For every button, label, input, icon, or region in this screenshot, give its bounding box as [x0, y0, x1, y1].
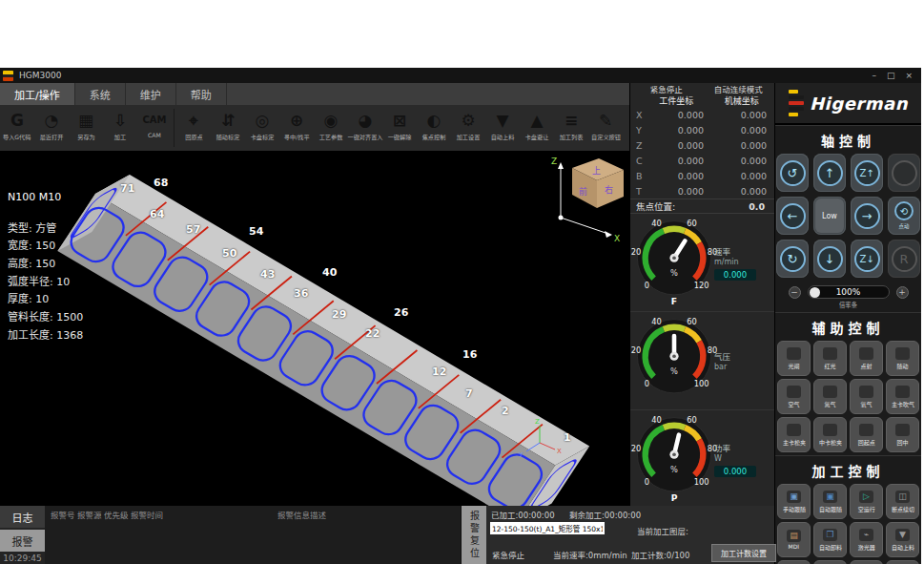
process-params-icon: ◉ [324, 108, 339, 132]
x-plus-button[interactable]: → [851, 197, 883, 235]
follow-button[interactable]: 随动 [886, 341, 919, 376]
bottom-tab-日志[interactable]: 日志 [0, 506, 45, 528]
toolbar-focus-control[interactable]: ◐焦点控制 [417, 108, 451, 141]
rotate-cw-button[interactable]: ↻ [776, 240, 809, 278]
alarm-table[interactable]: 报警号报警源优先级报警时间报警信息描述 [45, 506, 462, 564]
light-gate-button[interactable]: 光闸 [777, 341, 811, 376]
svg-text:上: 上 [592, 166, 601, 176]
part-number-label: 40 [322, 266, 337, 279]
toolbar-machining-settings[interactable]: ⚙加工设置 [451, 108, 485, 141]
work-coord-value: 0.000 [651, 125, 713, 136]
bottom-tab-报警[interactable]: 报警 [0, 530, 45, 552]
breakpoint-resume-button[interactable]: ◫断点续切 [886, 484, 919, 519]
auto-load-button[interactable]: ▼自动上料 [886, 522, 919, 557]
reset-button[interactable]: ⟲复位 [777, 560, 811, 564]
toolbar-chuck-calibrate[interactable]: ◎卡盘标定 [245, 108, 279, 141]
current-file-field[interactable] [490, 522, 605, 534]
gcode-import-icon: G [10, 108, 24, 132]
main-chuck-clamp-button[interactable]: 主卡松夹 [777, 417, 811, 452]
toolbar-item-label: 自动上料 [491, 133, 515, 141]
override-plus-button[interactable]: + [896, 286, 909, 299]
menu-tab-3[interactable]: 帮助 [176, 83, 227, 105]
laser-device-button[interactable]: ⌁激光器 [850, 522, 883, 557]
toolbar-item-label: 随动标定 [216, 133, 240, 141]
pause-button[interactable]: ▮▮暂停 [886, 560, 919, 564]
override-slider-knob[interactable] [810, 287, 820, 298]
axis-row-T: T0.0000.000 [630, 183, 774, 198]
toolbar-job-list[interactable]: ≡加工列表 [554, 108, 588, 141]
toolbar-home-origin[interactable]: ⌖回原点 [176, 108, 211, 141]
nitrogen-button[interactable]: 氮气 [813, 379, 847, 414]
info-line-类型: 类型: 方管 [8, 220, 83, 239]
menu-tab-0[interactable]: 加工/操作 [0, 83, 75, 105]
menu-tab-2[interactable]: 维护 [126, 83, 176, 105]
mdi-button[interactable]: ▤MDI [777, 522, 811, 557]
return-start-button[interactable]: 回起点 [850, 417, 883, 452]
toolbar-item-label: 自定义按钮 [591, 133, 621, 141]
air-button[interactable]: 空气 [777, 379, 811, 414]
low-speed-button[interactable]: Low [813, 197, 846, 235]
toolbar-one-key-release[interactable]: ⊠一键解除 [382, 108, 417, 141]
spot-shot-button[interactable]: 点射 [850, 341, 883, 376]
toolbar-follow-calibrate[interactable]: ⇵随动标定 [211, 108, 245, 141]
minimize-button[interactable]: – [872, 71, 876, 80]
auto-follow-button[interactable]: ▣自动跟随 [813, 484, 847, 519]
close-button[interactable]: × [905, 71, 913, 80]
override-slider[interactable]: 100% [808, 285, 890, 299]
return-start-icon [859, 424, 873, 436]
start-button[interactable]: ▶开始 [850, 560, 883, 564]
dry-run-button[interactable]: ▷空运行 [850, 484, 883, 519]
y-minus-button[interactable]: ↓ [813, 240, 846, 278]
3d-viewport[interactable]: N100 M10 类型: 方管宽度: 150高度: 150弧度半径: 10厚度:… [0, 151, 629, 506]
toolbar-center-level[interactable]: ⊕寻中/找平 [279, 108, 314, 141]
x-minus-button[interactable]: ← [776, 197, 809, 235]
current-speed-text: 当前速率:0mm/min [553, 549, 627, 560]
z-minus-button[interactable]: Z↓ [851, 240, 883, 278]
custom-edit-icon: ✎ [599, 108, 612, 132]
estop-button[interactable]: ●急停 [813, 560, 847, 564]
main-chuck-blow-button[interactable]: 主卡吹气 [886, 379, 919, 414]
y-plus-button[interactable]: ↑ [813, 154, 846, 192]
toolbar-chuck-avoid[interactable]: ▲卡盘避让 [520, 108, 554, 141]
alarm-header-1: 报警源 [77, 509, 102, 520]
main-chuck-blow-icon [895, 386, 910, 398]
maximize-button[interactable]: □ [887, 71, 895, 80]
mid-chuck-clamp-button[interactable]: 中卡松夹 [813, 417, 847, 452]
part-number-label: 43 [260, 268, 275, 281]
override-minus-button[interactable]: − [789, 286, 801, 299]
manual-follow-button[interactable]: ▣手动跟随 [777, 484, 811, 519]
toolbar-auto-feed[interactable]: ▼自动上料 [485, 108, 520, 141]
oxygen-icon [859, 386, 873, 398]
estop-status-label[interactable]: 紧急停止 [630, 83, 703, 94]
axis-row-X: X0.0000.000 [630, 107, 774, 122]
toolbar-one-key-align[interactable]: ◕一键对齐置入 [348, 108, 382, 141]
rotate-ccw-button[interactable]: ↺ [776, 154, 809, 192]
menu-tab-1[interactable]: 系统 [75, 83, 126, 105]
toolbar-item-label: 卡盘标定 [251, 133, 275, 141]
application-window: HGM3000 – □ × 加工/操作系统维护帮助 G导入G代码◔最近打开▦另存… [0, 68, 921, 564]
jog-mode-button-icon: ⟲ [894, 201, 914, 220]
toolbar-cam[interactable]: CAMCAM [137, 108, 172, 139]
laser-device-button-label: 激光器 [858, 542, 875, 551]
air-button-label: 空气 [789, 399, 800, 407]
brand-name: Higerman [810, 94, 908, 114]
auto-mode-label[interactable]: 自动连续模式 [703, 83, 775, 94]
z-plus-button[interactable]: Z↑ [851, 154, 883, 192]
jog-mode-button[interactable]: ⟲点动 [888, 197, 920, 235]
toolbar-separator [174, 109, 175, 147]
toolbar-gcode-import[interactable]: G导入G代码 [0, 108, 34, 141]
alarm-reset-button[interactable]: 报警复位 [462, 506, 486, 564]
oxygen-button[interactable]: 氧气 [850, 379, 883, 414]
toolbar-laser-head[interactable]: ⇩加工 [103, 108, 137, 141]
count-settings-button[interactable]: 加工计数设置 [711, 544, 776, 562]
toolbar-custom-edit[interactable]: ✎自定义按钮 [588, 108, 623, 141]
toolbar-process-params[interactable]: ◉工艺参数 [314, 108, 348, 141]
part-number-label: 36 [294, 287, 308, 300]
job-list-icon: ≡ [565, 108, 578, 132]
return-center-button[interactable]: 回中 [886, 417, 919, 452]
toolbar-save-as[interactable]: ▦另存为 [69, 108, 103, 141]
toolbar-recent-open[interactable]: ◔最近打开 [34, 108, 69, 141]
auto-unload-button[interactable]: ❐自动卸料 [813, 522, 847, 557]
red-light-button[interactable]: 红光 [813, 341, 847, 376]
rotate-cw-button-icon: ↻ [780, 246, 806, 272]
